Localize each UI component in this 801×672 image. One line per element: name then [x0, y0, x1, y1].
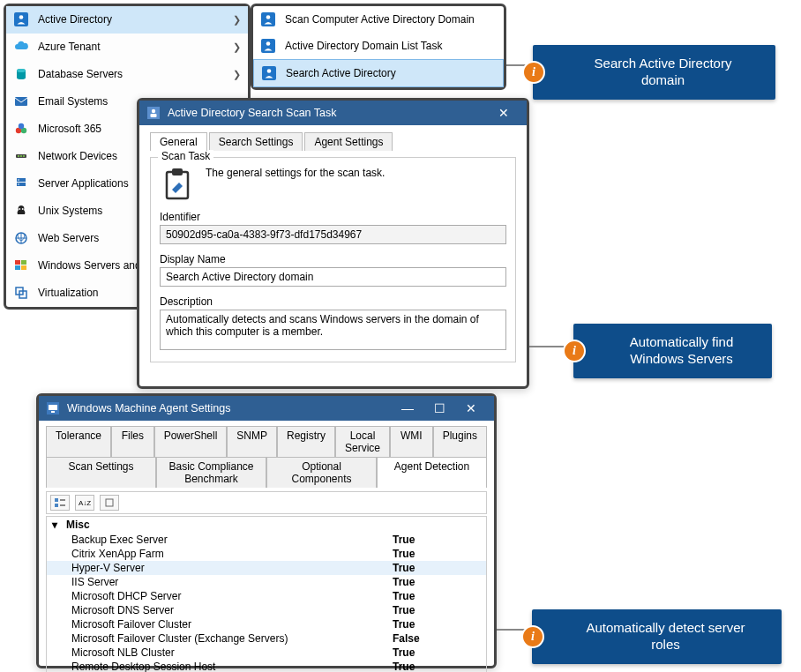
tab-files[interactable]: Files: [111, 426, 154, 457]
submenu-item[interactable]: Search Active Directory: [253, 59, 504, 87]
grid-row[interactable]: Citrix XenApp FarmTrue: [47, 547, 486, 561]
svg-point-30: [267, 69, 272, 73]
property-name: Backup Exec Server: [71, 534, 393, 546]
svg-rect-33: [151, 114, 157, 117]
property-name: Microsoft Failover Cluster (Exchange Ser…: [71, 632, 393, 645]
grid-row[interactable]: Microsoft Failover ClusterTrue: [47, 617, 486, 631]
property-grid-toolbar: A↓Z: [46, 491, 487, 514]
dialog-titlebar[interactable]: Active Directory Search Scan Task ✕: [139, 101, 527, 125]
unix-icon: [13, 203, 29, 219]
property-value: True: [393, 618, 481, 631]
sidebar-item-azure-tenant[interactable]: Azure Tenant❯: [6, 34, 248, 61]
tab-powershell[interactable]: PowerShell: [154, 426, 228, 457]
ad-icon: [260, 11, 276, 27]
submenu-item-label: Search Active Directory: [286, 67, 396, 79]
svg-rect-39: [55, 498, 58, 502]
dialog-icon: [46, 401, 60, 415]
callout-text: Automatically detect server roles: [586, 620, 745, 652]
scan-task-description: The general settings for the scan task.: [206, 167, 385, 179]
dialog-title: Active Directory Search Scan Task: [168, 107, 337, 119]
svg-point-11: [23, 155, 25, 157]
svg-point-3: [17, 69, 26, 72]
tab-general[interactable]: General: [150, 132, 207, 151]
svg-point-14: [18, 179, 19, 181]
property-value: True: [393, 576, 481, 588]
tab-basic-compliance-benchmark[interactable]: Basic Compliance Benchmark: [156, 457, 266, 488]
submenu-item[interactable]: Scan Computer Active Directory Domain: [253, 6, 504, 33]
sidebar-item-label: Database Servers: [38, 68, 233, 80]
grid-row[interactable]: Microsoft Failover Cluster (Exchange Ser…: [47, 631, 486, 646]
description-field[interactable]: [160, 310, 506, 350]
property-name: IIS Server: [71, 576, 393, 588]
property-pages-button[interactable]: [100, 495, 119, 511]
display-name-field[interactable]: [160, 267, 506, 287]
close-button[interactable]: ✕: [455, 401, 487, 415]
sidebar-item-active-directory[interactable]: Active Directory❯: [6, 6, 248, 34]
submenu-item-label: Scan Computer Active Directory Domain: [285, 13, 475, 26]
svg-point-1: [19, 15, 24, 19]
property-name: Microsoft Failover Cluster: [71, 618, 393, 631]
close-button[interactable]: ✕: [488, 106, 520, 120]
svg-rect-22: [21, 265, 26, 270]
tab-local-service[interactable]: Local Service: [335, 426, 390, 457]
collapse-icon[interactable]: ▾: [52, 519, 66, 531]
svg-point-28: [266, 41, 271, 46]
svg-rect-25: [261, 12, 275, 26]
svg-point-10: [20, 155, 22, 157]
identifier-field: [160, 225, 506, 244]
submenu-item[interactable]: Active Directory Domain List Task: [253, 33, 504, 59]
minimize-button[interactable]: —: [392, 401, 423, 415]
tab-plugins[interactable]: Plugins: [433, 426, 487, 457]
tab-registry[interactable]: Registry: [277, 426, 335, 457]
dialog-title: Windows Machine Agent Settings: [67, 402, 231, 414]
svg-point-26: [266, 15, 271, 19]
dialog-titlebar[interactable]: Windows Machine Agent Settings — ☐ ✕: [39, 396, 494, 421]
callout-text: Search Active Directory domain: [595, 56, 732, 87]
m365-icon: [13, 121, 29, 137]
grid-category[interactable]: ▾Misc: [47, 517, 486, 533]
ad-icon: [13, 11, 29, 27]
grid-row[interactable]: IIS ServerTrue: [47, 575, 486, 589]
tab-optional-components[interactable]: Optional Components: [266, 457, 377, 488]
categorized-button[interactable]: [50, 495, 70, 511]
mail-icon: [13, 93, 29, 109]
tab-wmi[interactable]: WMI: [390, 426, 433, 457]
property-value: True: [393, 646, 481, 659]
tab-tolerance[interactable]: Tolerance: [46, 426, 111, 457]
svg-rect-43: [106, 499, 113, 506]
property-name: Microsoft DHCP Server: [71, 590, 393, 602]
svg-rect-21: [15, 265, 20, 270]
tab-search-settings[interactable]: Search Settings: [209, 132, 303, 151]
tab-agent-settings[interactable]: Agent Settings: [304, 132, 393, 151]
submenu-item-label: Active Directory Domain List Task: [285, 40, 443, 52]
display-name-label: Display Name: [160, 253, 506, 265]
grid-row[interactable]: Microsoft DHCP ServerTrue: [47, 589, 486, 603]
svg-point-7: [19, 123, 24, 129]
chevron-right-icon: ❯: [233, 69, 241, 80]
property-value: True: [393, 562, 481, 574]
grid-row[interactable]: Hyper-V ServerTrue: [47, 561, 486, 575]
grid-row[interactable]: Microsoft NLB ClusterTrue: [47, 646, 486, 660]
tab-agent-detection[interactable]: Agent Detection: [377, 457, 487, 488]
sidebar-item-label: Active Directory: [38, 13, 233, 26]
alphabetical-button[interactable]: A↓Z: [75, 495, 94, 511]
property-name: Remote Desktop Session Host: [71, 661, 393, 672]
property-value: True: [393, 590, 481, 602]
svg-rect-41: [60, 499, 65, 501]
grid-row[interactable]: Backup Exec ServerTrue: [47, 533, 486, 547]
grid-row[interactable]: Microsoft DNS ServerTrue: [47, 603, 486, 617]
ad-icon: [261, 65, 277, 81]
virt-icon: [13, 285, 29, 301]
web-icon: [13, 230, 29, 246]
property-grid: ▾MiscBackup Exec ServerTrueCitrix XenApp…: [46, 516, 487, 672]
db-icon: [13, 66, 29, 82]
svg-point-15: [18, 183, 19, 185]
svg-rect-27: [261, 39, 275, 53]
tab-snmp[interactable]: SNMP: [227, 426, 277, 457]
tab-scan-settings[interactable]: Scan Settings: [46, 457, 156, 488]
sidebar-item-database-servers[interactable]: Database Servers❯: [6, 61, 248, 88]
svg-point-32: [152, 109, 155, 113]
svg-rect-35: [172, 168, 183, 175]
maximize-button[interactable]: ☐: [423, 401, 455, 415]
grid-row[interactable]: Remote Desktop Session HostTrue: [47, 660, 486, 672]
